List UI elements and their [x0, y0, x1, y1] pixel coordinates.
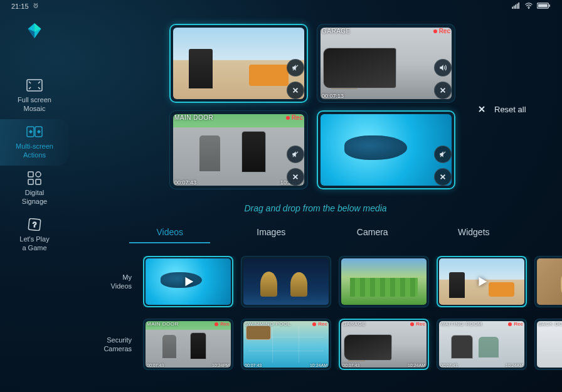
elapsed-time: 00:07:13: [322, 93, 344, 99]
mute-icon[interactable]: [287, 146, 304, 163]
reset-all-label: Reset all: [494, 105, 526, 114]
svg-rect-1: [512, 7, 513, 9]
camera-label: GARAGE: [342, 321, 366, 327]
rec-indicator: Rec: [312, 321, 327, 327]
svg-rect-19: [36, 179, 41, 184]
svg-rect-5: [518, 3, 519, 9]
camera-label: BACK DOOR: [538, 321, 562, 327]
app-logo: [25, 21, 44, 40]
status-bar: 21:15: [0, 0, 562, 13]
play-icon: [472, 272, 491, 291]
alarm-icon: [33, 3, 39, 10]
multiscreen-icon: [26, 125, 43, 139]
clock-time: 10:24PM: [212, 363, 230, 368]
nav-label: Digital Signage: [22, 189, 47, 206]
nav-full-screen-mosaic[interactable]: Full screen Mosaic: [0, 73, 69, 119]
media-thumb[interactable]: [143, 256, 233, 307]
clock-time: 10:24AM: [408, 363, 425, 368]
thumb-strip[interactable]: [143, 256, 562, 307]
rec-indicator: Rec: [215, 321, 230, 327]
media-tabs: VideosImagesCameraWidgets: [119, 227, 524, 243]
camera-label: MAIN DOOR: [174, 114, 213, 121]
status-time: 21:15: [11, 3, 29, 10]
rec-indicator: Rec: [286, 114, 303, 121]
nav-label: Multi-screen Actions: [16, 142, 53, 160]
elapsed-time: 00:07:43: [147, 363, 164, 368]
drop-tile-2[interactable]: MAIN DOORRec00:07:4310:24PM: [169, 110, 308, 189]
rec-indicator: Rec: [433, 28, 450, 34]
svg-rect-8: [538, 4, 548, 8]
nav-lets-play-a-game[interactable]: ? Let's Play a Game: [0, 212, 69, 258]
mute-icon[interactable]: [434, 146, 452, 163]
media-thumb[interactable]: SWIMMING POOLRec00:07:4310:24AM: [241, 319, 331, 370]
row-label: Security Cameras: [69, 336, 135, 354]
close-icon: [475, 103, 488, 115]
media-thumb[interactable]: GARAGERec00:07:4310:24AM: [339, 319, 429, 370]
tab-widgets[interactable]: Widgets: [423, 227, 525, 243]
row-label: My Videos: [69, 273, 135, 291]
svg-rect-16: [28, 172, 33, 177]
media-thumb[interactable]: [339, 256, 429, 307]
elapsed-time: 00:07:43: [342, 363, 359, 368]
svg-rect-2: [514, 6, 515, 9]
sidebar: Full screen Mosaic Multi-screen Actions …: [0, 13, 69, 392]
drop-tile-0[interactable]: [169, 24, 308, 103]
rec-indicator: Rec: [508, 321, 523, 327]
sound-icon[interactable]: [434, 59, 452, 77]
tab-images[interactable]: Images: [221, 227, 322, 243]
svg-point-18: [36, 172, 41, 177]
thumb-strip[interactable]: MAIN DOORRec00:07:4310:24PMSWIMMING POOL…: [143, 319, 562, 370]
clock-time: 10:24AM: [310, 363, 327, 368]
svg-rect-3: [515, 4, 516, 9]
tab-camera[interactable]: Camera: [322, 227, 423, 243]
media-thumb[interactable]: [241, 256, 331, 307]
media-thumb[interactable]: WAITING ROOMRec00:07:4310:24AM: [437, 319, 527, 370]
svg-point-6: [528, 8, 529, 9]
camera-label: WAITING ROOM: [440, 321, 482, 327]
mute-icon[interactable]: [287, 59, 304, 77]
remove-tile-button[interactable]: [287, 168, 304, 186]
mosaic-icon: [26, 78, 43, 92]
nav-multi-screen-actions[interactable]: Multi-screen Actions: [0, 119, 69, 166]
camera-label: MAIN DOOR: [147, 321, 179, 327]
media-row: Security CamerasMAIN DOORRec00:07:4310:2…: [69, 319, 562, 370]
media-rows: My VideosSecurity CamerasMAIN DOORRec00:…: [69, 256, 562, 370]
drop-tile-1[interactable]: GARAGERec00:07:13: [317, 24, 455, 103]
reset-all-button[interactable]: Reset all: [475, 103, 526, 115]
wifi-icon: [524, 3, 533, 10]
svg-rect-9: [549, 4, 550, 6]
battery-icon: [537, 3, 551, 10]
nav-label: Let's Play a Game: [19, 235, 49, 253]
camera-label: SWIMMING POOL: [245, 321, 291, 327]
signage-icon: [26, 171, 43, 185]
elapsed-time: 00:07:43: [440, 363, 457, 368]
remove-tile-button[interactable]: [434, 168, 452, 186]
media-thumb[interactable]: [534, 256, 562, 307]
media-row: My Videos: [69, 256, 562, 307]
svg-text:?: ?: [33, 221, 36, 228]
play-icon: [179, 272, 198, 291]
media-thumb[interactable]: MAIN DOORRec00:07:4310:24PM: [143, 319, 233, 370]
nav-label: Full screen Mosaic: [18, 96, 51, 114]
remove-tile-button[interactable]: [434, 82, 452, 99]
clock-time: 10:24AM: [506, 363, 523, 368]
remove-tile-button[interactable]: [287, 82, 304, 99]
media-thumb[interactable]: BACK DOOR: [534, 319, 562, 370]
tab-videos[interactable]: Videos: [119, 227, 221, 243]
elapsed-time: 00:07:43: [245, 363, 262, 368]
svg-rect-4: [517, 4, 518, 9]
game-icon: ?: [26, 218, 43, 231]
rec-indicator: Rec: [410, 321, 425, 327]
drag-drop-hint: Drag and drop from the below media: [69, 203, 562, 213]
nav-digital-signage[interactable]: Digital Signage: [0, 166, 69, 212]
media-thumb[interactable]: [437, 256, 527, 307]
svg-rect-17: [28, 179, 33, 184]
signal-icon: [512, 3, 521, 10]
main-content: GARAGERec00:07:13MAIN DOORRec00:07:4310:…: [69, 13, 562, 392]
camera-label: GARAGE: [322, 28, 351, 34]
drop-tile-3[interactable]: [317, 110, 455, 189]
elapsed-time: 00:07:43: [174, 179, 196, 186]
